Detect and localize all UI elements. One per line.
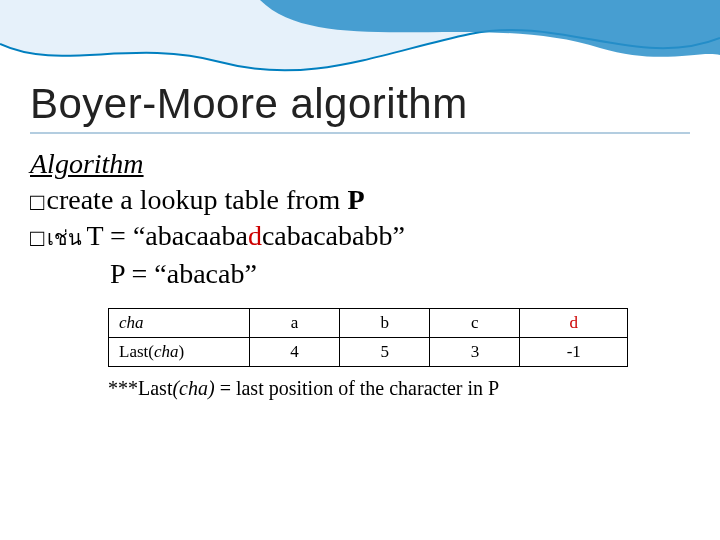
table-row: Last(cha) 4 5 3 -1: [109, 338, 628, 367]
bullet-1-P: P: [347, 184, 364, 215]
footnote-rest: = last position of the character in P: [215, 377, 500, 399]
bullet-1-text: create a lookup table from: [47, 184, 348, 215]
footnote: ***Last(cha) = last position of the char…: [108, 377, 690, 400]
bullet-icon: □: [30, 188, 45, 216]
cell-b: b: [340, 309, 430, 338]
slide-body: Boyer-Moore algorithm Algorithm □create …: [0, 0, 720, 540]
row-label: cha: [109, 309, 250, 338]
cell-a: 4: [250, 338, 340, 367]
bullet-2: □เช่น T = “abacaabadcabacababb”: [30, 220, 690, 254]
bullet-1: □create a lookup table from P: [30, 184, 690, 216]
lookup-table-wrap: cha a b c d Last(cha) 4 5 3 -1: [108, 308, 628, 367]
cell-b: 5: [340, 338, 430, 367]
cell-c: 3: [430, 338, 520, 367]
P-value: P = “abacab”: [110, 258, 257, 289]
cell-c: c: [430, 309, 520, 338]
footnote-stars: ***: [108, 377, 138, 399]
section-heading: Algorithm: [30, 148, 690, 180]
bullet-icon: □: [30, 224, 45, 252]
T-pre: T = “abacaaba: [87, 220, 248, 251]
bullet-2-prefix: เช่น: [47, 227, 87, 249]
cell-d: d: [520, 309, 628, 338]
table-row: cha a b c d: [109, 309, 628, 338]
row-label: Last(cha): [109, 338, 250, 367]
footnote-paren: (cha): [172, 377, 214, 399]
P-line: P = “abacab”: [30, 258, 690, 290]
cell-a: a: [250, 309, 340, 338]
slide-title: Boyer-Moore algorithm: [30, 80, 690, 128]
title-underline: [30, 132, 690, 134]
cell-d: -1: [520, 338, 628, 367]
footnote-last: Last: [138, 377, 172, 399]
lookup-table: cha a b c d Last(cha) 4 5 3 -1: [108, 308, 628, 367]
T-post: cabacababb”: [262, 220, 405, 251]
T-red-d: d: [248, 220, 262, 251]
